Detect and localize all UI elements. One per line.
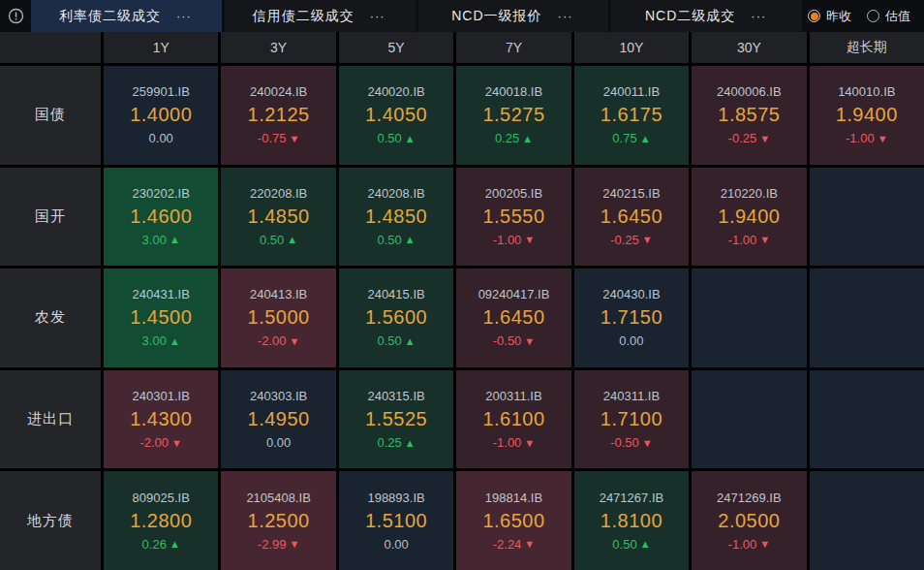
info-icon[interactable] [0, 0, 31, 32]
row-label: 进出口 [0, 370, 101, 469]
change-value: -2.00 [139, 435, 169, 450]
quote-cell-empty [810, 269, 924, 367]
row-label: 国债 [0, 66, 101, 165]
quote-cell-empty [810, 471, 924, 570]
bond-change: 0.50▲ [377, 333, 415, 348]
up-arrow-icon: ▲ [405, 234, 416, 245]
quote-cell[interactable]: 200205.IB1.5550-1.00▼ [456, 168, 570, 267]
quote-cell[interactable]: 09240417.IB1.6450-0.50▼ [456, 269, 570, 367]
bond-code: 210220.IB [721, 186, 778, 201]
quote-cell[interactable]: 240020.IB1.40500.50▲ [339, 66, 453, 165]
bond-code: 240018.IB [485, 84, 542, 99]
tab-more-icon[interactable]: ··· [174, 9, 194, 23]
quote-cell[interactable]: 259901.IB1.40000.00 [104, 66, 218, 165]
quote-cell[interactable]: 240311.IB1.7100-0.50▼ [574, 370, 689, 469]
quote-cell[interactable]: 2105408.IB1.2500-2.99▼ [221, 471, 335, 570]
change-value: 0.25 [377, 435, 401, 450]
quote-cell[interactable]: 240024.IB1.2125-0.75▼ [221, 66, 335, 165]
quote-cell[interactable]: 240430.IB1.71500.00 [574, 269, 689, 367]
bond-code: 200311.IB [485, 389, 541, 403]
change-value: 3.00 [142, 333, 167, 348]
bond-rate: 1.4600 [130, 206, 192, 228]
bond-change: 0.00 [266, 435, 291, 450]
change-value: 0.50 [377, 233, 401, 247]
quote-cell[interactable]: 240431.IB1.45003.00▲ [104, 269, 218, 367]
quote-cell[interactable]: 240018.IB1.52750.25▲ [456, 66, 570, 165]
bond-change: 0.00 [619, 333, 643, 348]
down-arrow-icon: ▼ [171, 437, 182, 449]
bond-change: -2.99▼ [258, 537, 300, 552]
quote-cell[interactable]: 240413.IB1.5000-2.00▼ [221, 269, 335, 367]
bond-code: 09240417.IB [478, 287, 550, 301]
quote-cell[interactable]: 2400006.IB1.8575-0.25▼ [692, 66, 806, 165]
change-value: -0.50 [493, 333, 522, 348]
radio-valuation[interactable]: 估值 [867, 8, 910, 25]
bond-rate: 1.4300 [130, 408, 192, 430]
bond-change: -2.00▼ [139, 435, 182, 450]
change-value: 0.50 [612, 537, 636, 552]
quote-cell[interactable]: 240215.IB1.6450-0.25▼ [574, 168, 689, 267]
bond-change: -1.00▼ [493, 233, 536, 247]
bond-rate: 1.7100 [601, 408, 662, 430]
column-header-10Y: 10Y [574, 32, 689, 63]
quote-cell[interactable]: 230202.IB1.46003.00▲ [104, 168, 218, 267]
change-value: 3.00 [142, 233, 167, 247]
quote-cell[interactable]: 2471267.IB1.81000.50▲ [574, 471, 689, 570]
quote-cell[interactable]: 198893.IB1.51000.00 [339, 471, 453, 570]
quote-cell[interactable]: 240301.IB1.4300-2.00▼ [104, 370, 218, 469]
row-label: 地方债 [0, 471, 101, 570]
top-tab-bar: 利率债二级成交···信用债二级成交···NCD一级报价···NCD二级成交···… [0, 0, 924, 32]
quote-cell[interactable]: 210220.IB1.9400-1.00▼ [692, 168, 806, 267]
down-arrow-icon: ▼ [524, 538, 535, 550]
down-arrow-icon: ▼ [524, 437, 535, 449]
bond-rate: 1.5100 [365, 510, 427, 532]
quote-cell[interactable]: 200311.IB1.6100-1.00▼ [456, 370, 570, 469]
tab-more-icon[interactable]: ··· [368, 9, 387, 23]
quote-cell[interactable]: 240303.IB1.49500.00 [221, 370, 335, 469]
down-arrow-icon: ▼ [759, 234, 770, 245]
bond-change: 0.50▲ [377, 131, 415, 145]
quote-cell[interactable]: 809025.IB1.28000.26▲ [104, 471, 218, 570]
bond-code: 259901.IB [133, 84, 190, 99]
quote-cell[interactable]: 240315.IB1.55250.25▲ [339, 370, 453, 469]
quote-cell[interactable]: 2471269.IB2.0500-1.00▼ [692, 471, 806, 570]
tab-3[interactable]: NCD一级报价··· [418, 0, 609, 32]
change-value: -1.00 [493, 435, 522, 450]
bond-code: 2471267.IB [600, 491, 664, 505]
bond-change: 0.26▲ [142, 537, 180, 552]
quote-cell-empty [810, 168, 924, 267]
down-arrow-icon: ▼ [524, 335, 535, 347]
bond-change: -0.50▼ [610, 435, 653, 450]
price-mode-radios: 昨收估值 [802, 0, 924, 32]
bond-rate: 1.4500 [130, 306, 192, 329]
tab-label: 利率债二级成交 [59, 8, 161, 25]
tab-2[interactable]: 信用债二级成交··· [225, 0, 416, 32]
quote-cell[interactable]: 240208.IB1.48500.50▲ [339, 168, 453, 267]
tab-1[interactable]: 利率债二级成交··· [31, 0, 222, 32]
radio-last-close[interactable]: 昨收 [808, 8, 851, 25]
up-arrow-icon: ▲ [287, 234, 297, 245]
quote-cell[interactable]: 220208.IB1.48500.50▲ [221, 168, 335, 267]
bond-rate: 1.9400 [836, 104, 898, 126]
bond-code: 2471269.IB [717, 491, 782, 505]
quote-cell-empty [692, 370, 806, 469]
radio-label: 估值 [885, 8, 910, 25]
quote-cell[interactable]: 240011.IB1.61750.75▲ [574, 66, 689, 165]
bond-change: 0.25▲ [377, 435, 415, 450]
radio-dot-icon [808, 10, 820, 22]
tab-more-icon[interactable]: ··· [749, 9, 768, 23]
up-arrow-icon: ▲ [169, 538, 180, 550]
row-label: 农发 [0, 269, 101, 367]
down-arrow-icon: ▼ [759, 133, 770, 144]
quote-cell[interactable]: 240415.IB1.56000.50▲ [339, 269, 453, 367]
bond-change: -0.25▼ [610, 233, 653, 247]
tab-more-icon[interactable]: ··· [556, 9, 575, 23]
bond-code: 240215.IB [602, 186, 660, 201]
column-header-5Y: 5Y [339, 32, 453, 63]
quote-cell[interactable]: 140010.IB1.9400-1.00▼ [810, 66, 924, 165]
bond-change: 0.50▲ [377, 233, 415, 247]
bond-code: 240024.IB [250, 84, 307, 99]
tab-4[interactable]: NCD二级成交··· [611, 0, 802, 32]
down-arrow-icon: ▼ [290, 133, 300, 144]
quote-cell[interactable]: 198814.IB1.6500-2.24▼ [456, 471, 570, 570]
